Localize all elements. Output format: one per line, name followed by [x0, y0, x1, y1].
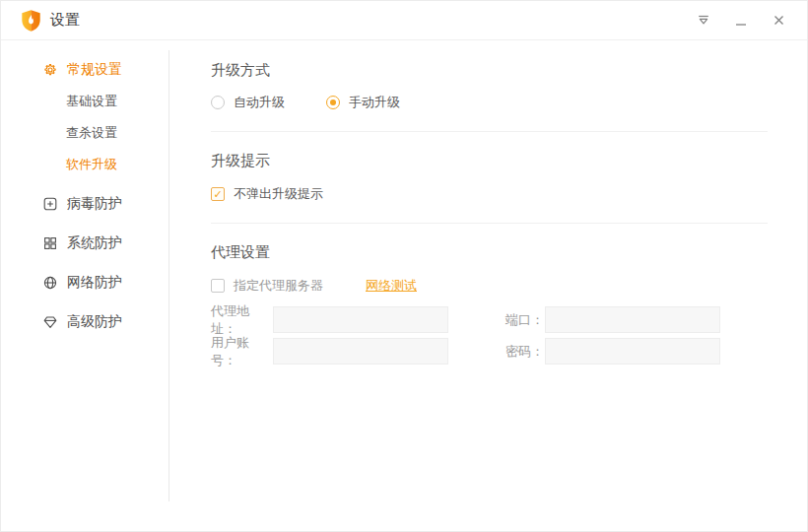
proxy-username-label: 用户账号：: [211, 334, 273, 369]
upgrade-prompt-row: ✓ 不弹出升级提示: [211, 185, 768, 203]
gear-icon: [42, 62, 58, 78]
sidebar-item-general-settings[interactable]: 常规设置: [1, 54, 168, 86]
proxy-form-row: 代理地址： 端口：: [211, 306, 768, 333]
check-icon: ✓: [213, 189, 222, 200]
sidebar-item-advanced-protection[interactable]: 高级防护: [1, 306, 168, 338]
close-button[interactable]: [764, 7, 793, 34]
upgrade-method-title: 升级方式: [211, 62, 768, 77]
minimize-button[interactable]: [726, 7, 756, 34]
sidebar-item-network-protection[interactable]: 网络防护: [1, 267, 168, 299]
proxy-address-input[interactable]: [273, 306, 448, 333]
sidebar-item-scan-settings[interactable]: 查杀设置: [1, 117, 168, 149]
proxy-address-label: 代理地址：: [211, 302, 273, 338]
system-protection-icon: [42, 235, 58, 251]
network-test-link[interactable]: 网络测试: [366, 277, 417, 295]
sidebar: 常规设置 基础设置 查杀设置 软件升级 病毒防护 系统防护: [1, 40, 168, 531]
section-divider: [211, 223, 768, 224]
sidebar-item-label: 基础设置: [66, 93, 117, 110]
use-proxy-label[interactable]: 指定代理服务器: [234, 277, 323, 295]
proxy-form: 代理地址： 端口： 用户账号： 密码：: [211, 306, 768, 365]
proxy-port-input[interactable]: [545, 306, 720, 333]
sidebar-item-label: 网络防护: [67, 274, 122, 292]
main-content: 升级方式 自动升级 手动升级 升级提示 ✓ 不弹出升级提示 代理设置 指定代理服…: [169, 40, 807, 531]
titlebar: 设置: [1, 1, 807, 40]
sidebar-item-software-upgrade[interactable]: 软件升级: [1, 149, 168, 180]
sidebar-item-label: 查杀设置: [66, 124, 117, 142]
upgrade-method-options: 自动升级 手动升级: [211, 94, 768, 111]
proxy-password-input[interactable]: [545, 338, 720, 365]
sidebar-item-label: 常规设置: [67, 61, 122, 79]
window-controls: [681, 7, 793, 34]
proxy-password-label: 密码：: [505, 343, 545, 361]
sidebar-item-label: 系统防护: [67, 234, 122, 252]
sidebar-item-basic-settings[interactable]: 基础设置: [1, 86, 168, 117]
window-title: 设置: [50, 11, 80, 30]
sidebar-item-system-protection[interactable]: 系统防护: [1, 228, 168, 259]
auto-upgrade-label[interactable]: 自动升级: [234, 94, 285, 111]
manual-upgrade-label[interactable]: 手动升级: [349, 94, 400, 111]
proxy-settings-title: 代理设置: [211, 244, 768, 259]
sidebar-item-label: 病毒防护: [67, 195, 122, 213]
sidebar-item-label: 高级防护: [67, 313, 122, 331]
huorong-shield-logo-icon: [21, 9, 41, 33]
proxy-form-row: 用户账号： 密码：: [211, 338, 768, 365]
no-popup-label[interactable]: 不弹出升级提示: [234, 185, 323, 203]
settings-window: { "colors": { "accent_orange": "#f08300"…: [0, 0, 808, 532]
proxy-checkbox-row: 指定代理服务器 网络测试: [211, 277, 768, 295]
section-divider: [211, 131, 768, 132]
main-menu-button[interactable]: [689, 7, 718, 34]
upgrade-prompt-title: 升级提示: [211, 153, 768, 167]
use-proxy-checkbox[interactable]: [211, 279, 225, 293]
sidebar-item-label: 软件升级: [66, 156, 117, 173]
virus-protection-icon: [42, 196, 58, 212]
sidebar-item-virus-protection[interactable]: 病毒防护: [1, 188, 168, 220]
proxy-port-label: 端口：: [505, 311, 545, 329]
auto-upgrade-radio[interactable]: [211, 96, 225, 109]
proxy-username-input[interactable]: [273, 338, 448, 365]
advanced-protection-icon: [42, 314, 58, 330]
no-popup-checkbox[interactable]: ✓: [211, 187, 225, 201]
manual-upgrade-radio[interactable]: [326, 96, 340, 109]
network-protection-icon: [42, 275, 58, 291]
